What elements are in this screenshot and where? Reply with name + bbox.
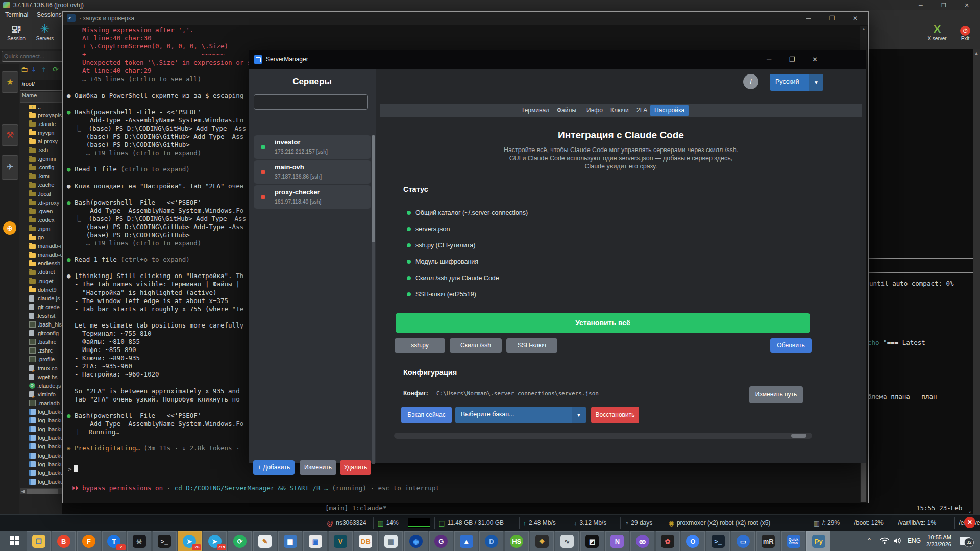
file-row[interactable]: .bashrc [20, 338, 56, 346]
refresh-button[interactable]: Обновить [770, 338, 812, 353]
download-icon[interactable]: ⤓ [32, 65, 35, 74]
file-row[interactable]: endlessh [20, 259, 60, 268]
file-row[interactable]: .nuget [20, 277, 54, 285]
taskbar-photos-app[interactable]: ▲ [454, 531, 478, 551]
taskbar-notepad-app[interactable]: ▤ [379, 531, 403, 551]
file-row[interactable]: log_backu [20, 460, 63, 468]
file-row[interactable]: .profile [20, 355, 55, 364]
file-row[interactable]: .cache [20, 181, 54, 189]
file-row[interactable]: log_backu [20, 408, 63, 416]
prompt-line[interactable]: > [68, 465, 78, 473]
server-card-proxy-checker[interactable]: proxy-checker161.97.118.40 [ssh] [254, 185, 371, 209]
file-row[interactable]: .local [20, 189, 51, 198]
session-button[interactable]: 🖳 Session [3, 22, 30, 48]
file-row[interactable]: dotnet9 [20, 285, 57, 294]
volume-icon[interactable] [893, 531, 902, 551]
taskbar-firefox-browser[interactable]: F [77, 531, 101, 551]
taskbar-thunderbird-mail[interactable]: T2 [102, 531, 126, 551]
file-row[interactable]: log_backu [20, 425, 63, 434]
Скилл /ssh-button[interactable]: Скилл /ssh [450, 338, 502, 353]
minimize-icon[interactable]: ─ [910, 0, 932, 10]
taskbar-powershell-app[interactable]: >_ [706, 531, 730, 551]
file-row[interactable]: .claude.js [20, 294, 60, 303]
terminal-scrollbar[interactable]: ▲ [973, 49, 980, 514]
tab-Терминал[interactable]: Терминал [517, 105, 554, 116]
install-all-button[interactable]: Установить всё [396, 313, 810, 333]
file-row[interactable]: go [20, 233, 44, 242]
globe-icon[interactable]: ⊕ [3, 221, 16, 235]
tools-icon[interactable]: ⚒ [2, 124, 18, 146]
scroll-up-icon[interactable]: ▲ [860, 27, 867, 31]
info-button[interactable]: i [743, 74, 758, 89]
maximize-icon[interactable]: ❐ [780, 50, 803, 69]
taskbar-monitor-tool[interactable]: ∿ [555, 531, 579, 551]
taskbar-window-app[interactable]: ▣ [303, 531, 327, 551]
taskbar-neovim-app[interactable]: N [605, 531, 629, 551]
quick-connect-input[interactable] [2, 51, 64, 62]
restore-button[interactable]: Восстановить [591, 407, 639, 423]
file-row[interactable]: ↑.. [20, 102, 41, 111]
tab-Файлы[interactable]: Файлы [552, 105, 581, 116]
taskbar-brave-browser[interactable]: B [52, 531, 76, 551]
sftp-horizontal-scrollbar[interactable]: ◀ [20, 488, 63, 494]
close-icon[interactable]: ✕ [803, 50, 826, 69]
taskbar-v-app[interactable]: V [329, 531, 353, 551]
taskbar-telegram-alert[interactable]: ➤.26 [178, 531, 202, 551]
wifi-icon[interactable] [880, 531, 889, 551]
scroll-left-icon[interactable]: ◀ [20, 488, 26, 494]
taskbar-db-tool[interactable]: DB [354, 531, 378, 551]
file-row[interactable]: .gemini [20, 155, 56, 163]
taskbar-opera-app[interactable]: O [681, 531, 705, 551]
taskbar-heidisql-app[interactable]: HS [505, 531, 529, 551]
file-row[interactable]: .dotnet [20, 268, 55, 277]
minimize-icon[interactable]: ─ [757, 50, 780, 69]
sftp-path[interactable]: /root/ [20, 80, 65, 91]
taskbar-file-explorer[interactable]: ❐ [27, 531, 51, 551]
start-button[interactable] [4, 531, 24, 551]
minimize-icon[interactable]: ─ [797, 12, 820, 25]
tab-Ключи[interactable]: Ключи [606, 105, 633, 116]
file-row[interactable]: .zshrc [20, 346, 53, 355]
ssh.py-button[interactable]: ssh.py [395, 338, 445, 353]
maximize-icon[interactable]: ❐ [933, 0, 955, 10]
file-row[interactable]: .ssh [20, 146, 48, 155]
servers-button[interactable]: ✳ Servers [32, 22, 58, 48]
taskbar-mobaxterm-app[interactable]: ❖ [530, 531, 554, 551]
notification-icon[interactable]: 32 [960, 531, 970, 551]
taskbar-sync-app[interactable]: ⟳ [228, 531, 252, 551]
taskbar-notes-app[interactable]: ✎ [253, 531, 277, 551]
tray-chevron-icon[interactable]: ⌃ [867, 531, 872, 551]
file-row[interactable]: proxyapis [20, 111, 62, 119]
file-row[interactable]: .tmux.co [20, 364, 58, 372]
file-row[interactable]: .claude [20, 119, 56, 128]
file-row[interactable]: .lesshst [20, 311, 55, 320]
taskbar-mremoteng-app[interactable]: mR [756, 531, 780, 551]
scroll-up-icon[interactable]: ▲ [973, 51, 980, 56]
file-row[interactable]: .qwen [20, 207, 53, 215]
taskbar-figma-app[interactable]: ✿ [656, 531, 680, 551]
file-row[interactable]: .config [20, 163, 54, 172]
file-row[interactable]: .git-crede [20, 303, 60, 311]
file-row[interactable]: .di-proxy [20, 198, 59, 207]
taskbar-cmd-terminal[interactable]: >_ [153, 531, 177, 551]
Добавить-button[interactable]: + Добавить [253, 460, 295, 475]
Изменить-button[interactable]: Изменить [300, 460, 336, 475]
server-search-input[interactable] [254, 94, 368, 110]
scrollbar-thumb[interactable] [791, 434, 806, 438]
close-icon[interactable]: ✕ [844, 12, 867, 25]
taskbar-cube-app[interactable]: ◩ [580, 531, 604, 551]
file-row[interactable]: log_backu [20, 451, 63, 460]
folder-up-icon[interactable]: 🗀 [21, 65, 28, 73]
file-row[interactable]: .bash_his [20, 320, 62, 329]
language-indicator[interactable]: ENG [908, 531, 921, 551]
Удалить-button[interactable]: Удалить [340, 460, 371, 475]
taskbar-ninja-app[interactable]: ☠ [127, 531, 151, 551]
scrollbar-thumb[interactable] [372, 135, 375, 242]
file-row[interactable]: .wget-hs [20, 372, 58, 381]
file-row[interactable]: log_backu [20, 477, 63, 486]
file-row[interactable]: ai-proxy- [20, 137, 60, 145]
server-card-main-ovh[interactable]: main-ovh37.187.136.86 [ssh] [254, 160, 371, 184]
taskbar-python-terminal[interactable]: Py [806, 531, 830, 551]
taskbar-calculator-app[interactable]: ▦ [278, 531, 302, 551]
taskbar-quickutmo-app[interactable]: Quick utmo [781, 531, 805, 551]
